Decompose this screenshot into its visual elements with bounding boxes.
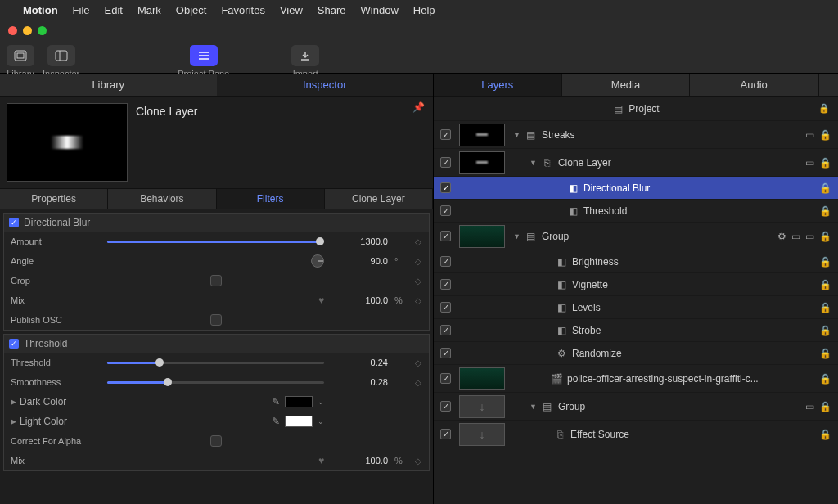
visible-checkbox[interactable] [440, 373, 451, 384]
lock-icon[interactable]: 🔒 [819, 325, 831, 336]
crop-checkbox[interactable] [210, 275, 222, 286]
keyframe-icon[interactable]: ◇ [414, 257, 422, 266]
keyframe-icon[interactable]: ◇ [414, 378, 422, 387]
tab-library[interactable]: Library [0, 74, 217, 96]
lock-icon[interactable]: 🔒 [818, 103, 830, 114]
visible-checkbox[interactable] [440, 279, 451, 290]
filter-icon[interactable]: ▭ [805, 231, 814, 242]
layer-project[interactable]: ▤ Project 🔒 [434, 97, 838, 121]
menu-share[interactable]: Share [318, 4, 346, 16]
visible-checkbox[interactable] [440, 401, 451, 412]
lock-icon[interactable]: 🔒 [819, 157, 831, 169]
filter-enable-checkbox[interactable] [9, 218, 19, 227]
correct-alpha-checkbox[interactable] [210, 435, 222, 447]
menu-window[interactable]: Window [361, 4, 399, 16]
menu-edit[interactable]: Edit [105, 4, 123, 16]
filter-icon[interactable]: ▭ [805, 129, 814, 141]
filter-icon[interactable]: ▭ [805, 401, 814, 412]
light-color-swatch[interactable] [285, 416, 313, 427]
keyframe-icon[interactable]: ◇ [414, 296, 422, 305]
disclosure-icon[interactable]: ▼ [529, 159, 537, 167]
layer-directional-blur[interactable]: ◧ Directional Blur 🔒 [434, 177, 838, 200]
amount-slider[interactable] [107, 241, 324, 243]
subtab-behaviors[interactable]: Behaviors [108, 189, 216, 209]
lock-icon[interactable]: 🔒 [819, 401, 831, 412]
lock-icon[interactable]: 🔒 [819, 348, 831, 359]
keyframe-icon[interactable]: ◇ [414, 358, 422, 367]
lock-icon[interactable]: 🔒 [819, 129, 831, 141]
amount-value[interactable]: 1300.0 [331, 236, 388, 246]
layer-vignette[interactable]: ◧ Vignette 🔒 [434, 273, 838, 296]
disclosure-icon[interactable]: ▼ [513, 232, 520, 241]
filter-header-threshold[interactable]: Threshold [4, 335, 429, 353]
import-button[interactable] [291, 45, 319, 66]
pin-icon[interactable]: 📌 [412, 101, 425, 113]
visible-checkbox[interactable] [440, 129, 451, 140]
disclosure-icon[interactable]: ▼ [529, 403, 537, 411]
link-icon[interactable]: ▭ [791, 231, 800, 242]
menu-object[interactable]: Object [176, 4, 207, 16]
layer-randomize[interactable]: ⚙ Randomize 🔒 [434, 342, 838, 365]
visible-checkbox[interactable] [440, 348, 451, 358]
menu-favorites[interactable]: Favorites [221, 4, 264, 16]
menu-file[interactable]: File [73, 4, 90, 16]
layer-strobe[interactable]: ◧ Strobe 🔒 [434, 319, 838, 342]
visible-checkbox[interactable] [440, 182, 451, 193]
publish-osc-checkbox[interactable] [210, 314, 222, 326]
disclosure-icon[interactable]: ▼ [513, 131, 520, 139]
keyframe-icon[interactable]: ◇ [414, 277, 422, 286]
close-button[interactable] [8, 26, 17, 35]
link-icon[interactable]: ▭ [805, 157, 814, 169]
gear-icon[interactable]: ⚙ [777, 231, 786, 242]
eyedropper-icon[interactable]: ✎ [272, 416, 280, 427]
layer-clone[interactable]: ▼ ⎘ Clone Layer ▭🔒 [434, 149, 838, 177]
minimize-button[interactable] [23, 26, 32, 35]
lock-icon[interactable]: 🔒 [819, 373, 831, 385]
tab-inspector[interactable]: Inspector [217, 74, 434, 96]
layer-group[interactable]: ▼ ▤ Group ⚙▭▭🔒 [434, 223, 838, 250]
subtab-properties[interactable]: Properties [0, 189, 108, 209]
visible-checkbox[interactable] [440, 325, 451, 335]
lock-icon[interactable]: 🔒 [819, 182, 831, 194]
library-button[interactable] [7, 45, 34, 66]
zoom-button[interactable] [38, 26, 47, 35]
angle-value[interactable]: 90.0 [331, 256, 388, 266]
inspector-button[interactable] [47, 45, 75, 66]
lock-icon[interactable]: 🔒 [819, 429, 831, 440]
layer-levels[interactable]: ◧ Levels 🔒 [434, 296, 838, 319]
layer-effect-source[interactable]: ⎘ Effect Source 🔒 [434, 421, 838, 448]
visible-checkbox[interactable] [440, 231, 451, 241]
menu-help[interactable]: Help [413, 4, 435, 16]
app-name[interactable]: Motion [23, 4, 58, 16]
lock-icon[interactable]: 🔒 [819, 302, 831, 313]
lock-icon[interactable]: 🔒 [819, 205, 831, 217]
layer-threshold[interactable]: ◧ Threshold 🔒 [434, 200, 838, 223]
lock-icon[interactable]: 🔒 [819, 279, 831, 290]
menu-mark[interactable]: Mark [137, 4, 161, 16]
layer-clip[interactable]: 🎬 police-officer-arresting-suspect-in-gr… [434, 365, 838, 393]
keyframe-icon[interactable]: ◇ [414, 237, 422, 246]
layer-streaks[interactable]: ▼ ▤ Streaks ▭🔒 [434, 121, 838, 149]
filter-enable-checkbox[interactable] [9, 339, 19, 349]
chevron-down-icon[interactable]: ⌄ [318, 398, 324, 406]
visible-checkbox[interactable] [440, 302, 451, 313]
dark-color-swatch[interactable] [285, 396, 313, 407]
smoothness-slider[interactable] [107, 381, 324, 384]
mix2-value[interactable]: 100.0 [331, 456, 388, 466]
subtab-filters[interactable]: Filters [217, 189, 325, 209]
lock-icon[interactable]: 🔒 [819, 231, 831, 242]
threshold-value[interactable]: 0.24 [331, 358, 388, 367]
visible-checkbox[interactable] [440, 256, 451, 267]
angle-dial[interactable] [311, 254, 324, 268]
disclosure-icon[interactable]: ▶ [11, 398, 16, 406]
layer-group2[interactable]: ▼ ▤ Group ▭🔒 [434, 393, 838, 421]
eyedropper-icon[interactable]: ✎ [272, 396, 280, 407]
tab-audio[interactable]: Audio [690, 74, 818, 96]
tab-media[interactable]: Media [562, 74, 691, 96]
tab-layers[interactable]: Layers [434, 74, 562, 96]
visible-checkbox[interactable] [440, 157, 451, 168]
lock-icon[interactable]: 🔒 [819, 256, 831, 268]
keyframe-icon[interactable]: ◇ [414, 457, 422, 466]
mix-value[interactable]: 100.0 [331, 295, 388, 305]
threshold-slider[interactable] [107, 362, 324, 364]
